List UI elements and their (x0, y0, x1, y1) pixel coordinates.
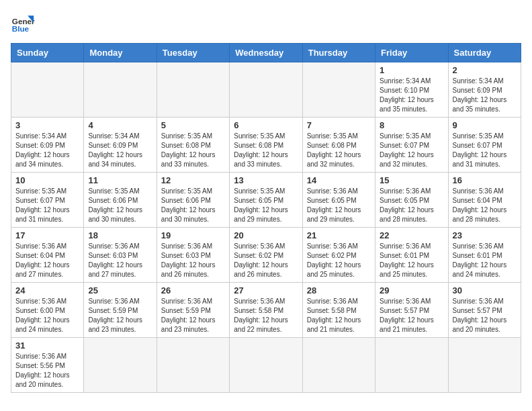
calendar-cell: 24Sunrise: 5:36 AM Sunset: 6:00 PM Dayli… (11, 283, 84, 338)
day-info: Sunrise: 5:35 AM Sunset: 6:08 PM Dayligh… (161, 132, 225, 169)
day-info: Sunrise: 5:35 AM Sunset: 6:05 PM Dayligh… (234, 187, 298, 224)
calendar-cell: 26Sunrise: 5:36 AM Sunset: 5:59 PM Dayli… (157, 283, 229, 338)
day-number: 22 (380, 230, 443, 240)
calendar-cell: 18Sunrise: 5:36 AM Sunset: 6:03 PM Dayli… (84, 228, 157, 283)
calendar-cell: 3Sunrise: 5:34 AM Sunset: 6:09 PM Daylig… (11, 118, 84, 173)
day-number: 25 (88, 285, 152, 295)
calendar-cell: 1Sunrise: 5:34 AM Sunset: 6:10 PM Daylig… (375, 62, 448, 118)
day-info: Sunrise: 5:36 AM Sunset: 6:01 PM Dayligh… (453, 242, 517, 279)
day-info: Sunrise: 5:36 AM Sunset: 6:01 PM Dayligh… (380, 242, 443, 279)
day-info: Sunrise: 5:36 AM Sunset: 5:59 PM Dayligh… (88, 297, 152, 334)
calendar-cell (230, 338, 302, 393)
day-number: 20 (234, 230, 298, 240)
calendar-cell (302, 62, 375, 118)
calendar-cell (157, 62, 229, 118)
calendar-cell: 14Sunrise: 5:36 AM Sunset: 6:05 PM Dayli… (302, 173, 375, 228)
calendar-week-row: 3Sunrise: 5:34 AM Sunset: 6:09 PM Daylig… (11, 118, 521, 173)
calendar-header-thursday: Thursday (302, 44, 375, 62)
day-number: 27 (234, 285, 298, 295)
calendar-cell (84, 338, 157, 393)
day-number: 7 (307, 120, 371, 130)
day-info: Sunrise: 5:36 AM Sunset: 6:04 PM Dayligh… (15, 242, 79, 279)
calendar-cell (302, 338, 375, 393)
calendar-cell (448, 338, 521, 393)
day-info: Sunrise: 5:36 AM Sunset: 5:59 PM Dayligh… (161, 297, 225, 334)
day-info: Sunrise: 5:36 AM Sunset: 6:03 PM Dayligh… (88, 242, 152, 279)
calendar-cell: 9Sunrise: 5:35 AM Sunset: 6:07 PM Daylig… (448, 118, 521, 173)
calendar-cell: 15Sunrise: 5:36 AM Sunset: 6:05 PM Dayli… (375, 173, 448, 228)
calendar-cell: 21Sunrise: 5:36 AM Sunset: 6:02 PM Dayli… (302, 228, 375, 283)
calendar-cell: 31Sunrise: 5:36 AM Sunset: 5:56 PM Dayli… (11, 338, 84, 393)
calendar-cell (230, 62, 302, 118)
calendar-cell: 22Sunrise: 5:36 AM Sunset: 6:01 PM Dayli… (375, 228, 448, 283)
day-info: Sunrise: 5:36 AM Sunset: 6:04 PM Dayligh… (453, 187, 517, 224)
day-number: 8 (380, 120, 443, 130)
day-info: Sunrise: 5:36 AM Sunset: 6:02 PM Dayligh… (234, 242, 298, 279)
calendar-week-row: 1Sunrise: 5:34 AM Sunset: 6:10 PM Daylig… (11, 62, 521, 118)
day-info: Sunrise: 5:34 AM Sunset: 6:10 PM Dayligh… (380, 77, 443, 114)
day-info: Sunrise: 5:36 AM Sunset: 6:03 PM Dayligh… (161, 242, 225, 279)
svg-text:Blue: Blue (12, 24, 30, 33)
day-info: Sunrise: 5:35 AM Sunset: 6:07 PM Dayligh… (380, 132, 443, 169)
calendar-cell: 29Sunrise: 5:36 AM Sunset: 5:57 PM Dayli… (375, 283, 448, 338)
calendar-table: SundayMondayTuesdayWednesdayThursdayFrid… (11, 43, 521, 393)
calendar-cell: 27Sunrise: 5:36 AM Sunset: 5:58 PM Dayli… (230, 283, 302, 338)
day-info: Sunrise: 5:35 AM Sunset: 6:06 PM Dayligh… (161, 187, 225, 224)
day-number: 2 (453, 65, 517, 75)
calendar-header-sunday: Sunday (11, 44, 84, 62)
day-info: Sunrise: 5:36 AM Sunset: 5:57 PM Dayligh… (453, 297, 517, 334)
day-number: 6 (234, 120, 298, 130)
calendar-cell: 4Sunrise: 5:34 AM Sunset: 6:09 PM Daylig… (84, 118, 157, 173)
day-info: Sunrise: 5:36 AM Sunset: 5:58 PM Dayligh… (307, 297, 371, 334)
day-info: Sunrise: 5:36 AM Sunset: 6:00 PM Dayligh… (15, 297, 79, 334)
logo: General Blue (11, 11, 35, 35)
calendar-cell: 12Sunrise: 5:35 AM Sunset: 6:06 PM Dayli… (157, 173, 229, 228)
calendar-header-monday: Monday (84, 44, 157, 62)
calendar-cell: 30Sunrise: 5:36 AM Sunset: 5:57 PM Dayli… (448, 283, 521, 338)
day-info: Sunrise: 5:36 AM Sunset: 5:56 PM Dayligh… (15, 352, 79, 390)
calendar-cell (84, 62, 157, 118)
page-header: General Blue (11, 11, 521, 35)
day-number: 1 (380, 65, 443, 75)
day-info: Sunrise: 5:36 AM Sunset: 5:57 PM Dayligh… (380, 297, 443, 334)
day-number: 10 (15, 175, 79, 185)
calendar-cell: 7Sunrise: 5:35 AM Sunset: 6:08 PM Daylig… (302, 118, 375, 173)
day-number: 31 (15, 340, 79, 351)
day-info: Sunrise: 5:36 AM Sunset: 5:58 PM Dayligh… (234, 297, 298, 334)
calendar-header-saturday: Saturday (448, 44, 521, 62)
calendar-cell: 28Sunrise: 5:36 AM Sunset: 5:58 PM Dayli… (302, 283, 375, 338)
day-number: 5 (161, 120, 225, 130)
day-number: 4 (88, 120, 152, 130)
calendar-header-tuesday: Tuesday (157, 44, 229, 62)
day-info: Sunrise: 5:34 AM Sunset: 6:09 PM Dayligh… (88, 132, 152, 169)
calendar-header-row: SundayMondayTuesdayWednesdayThursdayFrid… (11, 44, 521, 62)
calendar-header-friday: Friday (375, 44, 448, 62)
calendar-week-row: 10Sunrise: 5:35 AM Sunset: 6:07 PM Dayli… (11, 173, 521, 228)
calendar-cell: 10Sunrise: 5:35 AM Sunset: 6:07 PM Dayli… (11, 173, 84, 228)
calendar-week-row: 31Sunrise: 5:36 AM Sunset: 5:56 PM Dayli… (11, 338, 521, 393)
calendar-cell: 13Sunrise: 5:35 AM Sunset: 6:05 PM Dayli… (230, 173, 302, 228)
calendar-week-row: 17Sunrise: 5:36 AM Sunset: 6:04 PM Dayli… (11, 228, 521, 283)
calendar-cell: 25Sunrise: 5:36 AM Sunset: 5:59 PM Dayli… (84, 283, 157, 338)
day-info: Sunrise: 5:34 AM Sunset: 6:09 PM Dayligh… (15, 132, 79, 169)
calendar-header-wednesday: Wednesday (230, 44, 302, 62)
calendar-cell: 2Sunrise: 5:34 AM Sunset: 6:09 PM Daylig… (448, 62, 521, 118)
day-info: Sunrise: 5:36 AM Sunset: 6:05 PM Dayligh… (307, 187, 371, 224)
day-info: Sunrise: 5:35 AM Sunset: 6:07 PM Dayligh… (453, 132, 517, 169)
day-number: 11 (88, 175, 152, 185)
calendar-cell (157, 338, 229, 393)
calendar-cell: 19Sunrise: 5:36 AM Sunset: 6:03 PM Dayli… (157, 228, 229, 283)
day-number: 13 (234, 175, 298, 185)
day-number: 19 (161, 230, 225, 240)
day-number: 16 (453, 175, 517, 185)
calendar-cell (11, 62, 84, 118)
day-info: Sunrise: 5:35 AM Sunset: 6:06 PM Dayligh… (88, 187, 152, 224)
calendar-week-row: 24Sunrise: 5:36 AM Sunset: 6:00 PM Dayli… (11, 283, 521, 338)
logo-icon: General Blue (11, 11, 35, 35)
day-number: 26 (161, 285, 225, 295)
day-number: 12 (161, 175, 225, 185)
day-number: 14 (307, 175, 371, 185)
day-info: Sunrise: 5:35 AM Sunset: 6:07 PM Dayligh… (15, 187, 79, 224)
calendar-cell: 16Sunrise: 5:36 AM Sunset: 6:04 PM Dayli… (448, 173, 521, 228)
day-number: 3 (15, 120, 79, 130)
